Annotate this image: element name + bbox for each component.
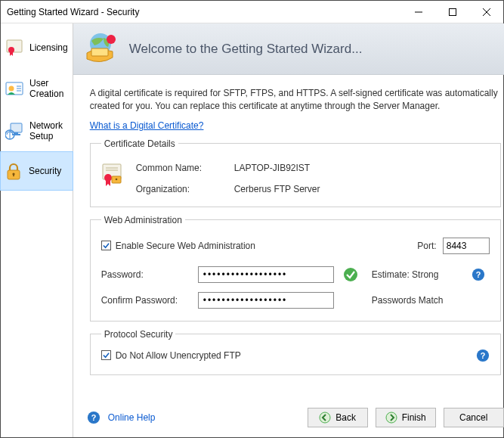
window-title: Getting Started Wizard - Security <box>7 7 401 17</box>
sidebar: Licensing User Creation Network Setup Se… <box>1 23 73 437</box>
finish-button[interactable]: Finish <box>376 408 436 427</box>
lock-icon <box>5 162 23 180</box>
svg-point-7 <box>9 86 14 92</box>
password-input[interactable] <box>198 266 334 283</box>
sidebar-item-network-setup[interactable]: Network Setup <box>1 110 73 152</box>
svg-point-36 <box>386 412 397 423</box>
svg-text:?: ? <box>480 351 485 360</box>
back-button[interactable]: Back <box>308 408 368 427</box>
wizard-window: Getting Started Wizard - Security Licens… <box>0 0 504 438</box>
main: Welcome to the Getting Started Wizard...… <box>73 23 504 437</box>
svg-point-5 <box>8 47 14 53</box>
close-button[interactable] <box>469 1 503 23</box>
banner: Welcome to the Getting Started Wizard... <box>73 23 504 75</box>
svg-text:?: ? <box>91 413 96 422</box>
maximize-button[interactable] <box>435 1 469 23</box>
check-icon <box>103 242 110 249</box>
svg-text:?: ? <box>475 270 481 279</box>
protocol-security-group: Protocol Security Do Not Allow Unencrypt… <box>90 329 501 375</box>
svg-point-35 <box>320 412 330 423</box>
content: A digital certificate is required for SF… <box>73 75 504 398</box>
intro-text: A digital certificate is required for SF… <box>90 87 501 113</box>
svg-rect-12 <box>14 132 18 134</box>
certificate-icon <box>101 163 122 187</box>
port-input[interactable] <box>443 238 490 254</box>
checkbox-box <box>101 350 111 360</box>
arrow-left-icon <box>319 412 331 424</box>
sidebar-item-label: Security <box>29 166 61 176</box>
online-help-link[interactable]: Online Help <box>108 412 156 423</box>
common-name-label: Common Name: <box>136 163 227 173</box>
sidebar-item-label: User Creation <box>29 78 68 99</box>
network-icon <box>5 122 23 140</box>
help-icon: ? <box>87 411 100 424</box>
wizard-globe-icon <box>81 30 119 68</box>
svg-rect-13 <box>12 134 20 135</box>
enable-web-admin-checkbox[interactable]: Enable Secure Web Administration <box>101 241 255 251</box>
sidebar-item-label: Network Setup <box>29 120 68 141</box>
no-unencrypted-ftp-checkbox[interactable]: Do Not Allow Unencrypted FTP <box>101 350 241 361</box>
certificate-details-group: Certificate Details Common Name: LAPTOP-… <box>90 138 501 207</box>
maximize-icon <box>449 8 456 16</box>
svg-rect-20 <box>91 48 108 56</box>
banner-title: Welcome to the Getting Started Wizard... <box>129 42 363 57</box>
web-administration-group: Web Administration Enable Secure Web Adm… <box>90 215 501 322</box>
ok-badge-icon <box>343 267 363 282</box>
sidebar-item-label: Licensing <box>29 42 68 53</box>
web-administration-legend: Web Administration <box>101 215 185 225</box>
protocol-help-icon[interactable]: ? <box>476 349 490 362</box>
common-name-value: LAPTOP-JIB92IST <box>234 163 400 173</box>
minimize-button[interactable] <box>401 1 435 23</box>
svg-rect-18 <box>13 174 14 176</box>
port-label: Port: <box>417 241 436 251</box>
protocol-security-legend: Protocol Security <box>101 329 176 340</box>
password-label: Password: <box>101 269 189 280</box>
footer: ? Online Help Back Finish Cancel <box>73 398 504 437</box>
what-is-cert-link[interactable]: What is a Digital Certificate? <box>90 120 501 131</box>
password-estimate: Estimate: Strong <box>372 269 462 280</box>
enable-web-admin-label: Enable Secure Web Administration <box>116 241 255 251</box>
no-unencrypted-ftp-label: Do Not Allow Unencrypted FTP <box>116 350 241 361</box>
body: Licensing User Creation Network Setup Se… <box>1 23 503 437</box>
check-icon <box>103 352 110 359</box>
user-icon <box>5 79 23 98</box>
svg-point-27 <box>115 178 117 180</box>
password-help-icon[interactable]: ? <box>472 268 490 281</box>
arrow-right-icon <box>385 412 397 424</box>
license-icon <box>5 39 23 57</box>
confirm-password-input[interactable] <box>198 292 334 309</box>
svg-rect-1 <box>449 8 456 15</box>
organization-label: Organization: <box>136 184 227 194</box>
confirm-password-label: Confirm Password: <box>101 295 189 306</box>
sidebar-item-user-creation[interactable]: User Creation <box>1 67 73 110</box>
sidebar-item-licensing[interactable]: Licensing <box>1 28 73 67</box>
passwords-match-label: Passwords Match <box>372 295 462 306</box>
minimize-icon <box>415 8 422 16</box>
checkbox-box <box>101 241 111 250</box>
certificate-details-legend: Certificate Details <box>101 138 178 149</box>
svg-point-28 <box>344 268 357 281</box>
organization-value: Cerberus FTP Server <box>234 184 400 194</box>
cancel-button[interactable]: Cancel <box>444 408 504 427</box>
sidebar-item-security[interactable]: Security <box>0 151 73 191</box>
close-icon <box>483 8 490 16</box>
titlebar: Getting Started Wizard - Security <box>1 1 503 23</box>
